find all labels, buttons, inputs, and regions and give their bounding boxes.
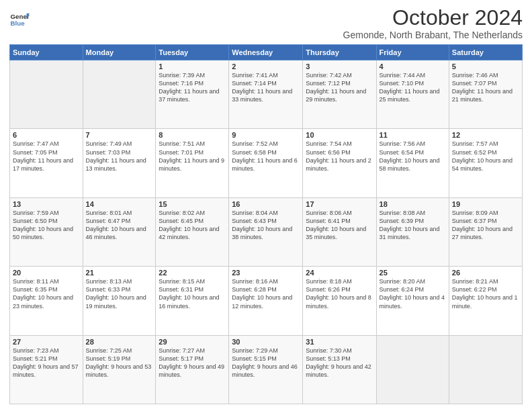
day-header-wednesday: Wednesday [229,45,303,60]
calendar-cell: 5Sunrise: 7:46 AMSunset: 7:07 PMDaylight… [449,60,522,129]
calendar-header-row: SundayMondayTuesdayWednesdayThursdayFrid… [10,45,523,60]
day-number: 4 [380,62,446,71]
day-number: 12 [452,131,519,139]
day-number: 30 [232,338,300,346]
calendar-body: 1Sunrise: 7:39 AMSunset: 7:16 PMDaylight… [10,60,523,404]
calendar-cell: 4Sunrise: 7:44 AMSunset: 7:10 PMDaylight… [376,60,449,129]
calendar-cell: 15Sunrise: 8:02 AMSunset: 6:45 PMDayligh… [156,197,229,266]
week-row-4: 20Sunrise: 8:11 AMSunset: 6:35 PMDayligh… [10,267,523,335]
calendar-cell: 13Sunrise: 7:59 AMSunset: 6:50 PMDayligh… [10,197,83,266]
day-detail: Sunrise: 8:11 AMSunset: 6:35 PMDaylight:… [13,278,73,309]
day-detail: Sunrise: 7:57 AMSunset: 6:52 PMDaylight:… [452,140,513,171]
calendar-cell [10,60,83,129]
day-number: 26 [452,269,519,277]
logo-icon: General Blue [9,9,30,30]
calendar-cell [449,335,522,404]
calendar-cell: 3Sunrise: 7:42 AMSunset: 7:12 PMDaylight… [303,60,376,129]
calendar-cell: 17Sunrise: 8:06 AMSunset: 6:41 PMDayligh… [303,197,376,266]
day-number: 27 [13,338,80,346]
calendar-cell: 6Sunrise: 7:47 AMSunset: 7:05 PMDaylight… [10,129,83,197]
calendar-cell: 12Sunrise: 7:57 AMSunset: 6:52 PMDayligh… [449,129,522,197]
day-detail: Sunrise: 8:02 AMSunset: 6:45 PMDaylight:… [159,210,219,240]
calendar-cell [376,335,449,404]
calendar-cell: 7Sunrise: 7:49 AMSunset: 7:03 PMDaylight… [83,129,156,197]
calendar-cell: 27Sunrise: 7:23 AMSunset: 5:21 PMDayligh… [10,335,83,404]
day-number: 3 [306,62,373,71]
day-detail: Sunrise: 7:46 AMSunset: 7:07 PMDaylight:… [452,72,513,103]
header: General Blue October 2024 Gemonde, North… [9,7,523,40]
day-detail: Sunrise: 7:25 AMSunset: 5:19 PMDaylight:… [86,347,152,378]
day-header-friday: Friday [376,45,449,60]
calendar-cell: 24Sunrise: 8:18 AMSunset: 6:26 PMDayligh… [303,267,376,335]
day-number: 24 [306,269,373,277]
day-number: 23 [232,269,300,277]
calendar-cell: 9Sunrise: 7:52 AMSunset: 6:58 PMDaylight… [229,129,303,197]
calendar-cell: 31Sunrise: 7:30 AMSunset: 5:13 PMDayligh… [303,335,376,404]
week-row-3: 13Sunrise: 7:59 AMSunset: 6:50 PMDayligh… [10,197,523,266]
day-number: 5 [452,62,519,71]
calendar-cell: 1Sunrise: 7:39 AMSunset: 7:16 PMDaylight… [156,60,229,129]
page: General Blue October 2024 Gemonde, North… [0,0,532,411]
calendar-cell: 19Sunrise: 8:09 AMSunset: 6:37 PMDayligh… [449,197,522,266]
calendar-cell: 21Sunrise: 8:13 AMSunset: 6:33 PMDayligh… [83,267,156,335]
week-row-5: 27Sunrise: 7:23 AMSunset: 5:21 PMDayligh… [10,335,523,404]
logo-area: General Blue [9,9,30,30]
day-detail: Sunrise: 8:13 AMSunset: 6:33 PMDaylight:… [86,278,146,309]
day-detail: Sunrise: 7:52 AMSunset: 6:58 PMDaylight:… [232,140,298,171]
calendar-cell: 30Sunrise: 7:29 AMSunset: 5:15 PMDayligh… [229,335,303,404]
day-detail: Sunrise: 8:08 AMSunset: 6:39 PMDaylight:… [380,210,440,240]
day-detail: Sunrise: 7:39 AMSunset: 7:16 PMDaylight:… [159,72,219,103]
calendar-cell: 26Sunrise: 8:21 AMSunset: 6:22 PMDayligh… [449,267,522,335]
day-number: 25 [380,269,446,277]
day-detail: Sunrise: 8:15 AMSunset: 6:31 PMDaylight:… [159,278,219,309]
day-number: 29 [159,338,226,346]
day-number: 21 [86,269,153,277]
calendar-cell: 14Sunrise: 8:01 AMSunset: 6:47 PMDayligh… [83,197,156,266]
day-detail: Sunrise: 7:41 AMSunset: 7:14 PMDaylight:… [232,72,292,103]
day-detail: Sunrise: 8:18 AMSunset: 6:26 PMDaylight:… [306,278,371,309]
calendar-cell: 22Sunrise: 8:15 AMSunset: 6:31 PMDayligh… [156,267,229,335]
day-header-thursday: Thursday [303,45,376,60]
day-number: 22 [159,269,226,277]
day-detail: Sunrise: 7:27 AMSunset: 5:17 PMDaylight:… [159,347,224,378]
title-area: October 2024 Gemonde, North Brabant, The… [343,7,523,40]
calendar-cell: 2Sunrise: 7:41 AMSunset: 7:14 PMDaylight… [229,60,303,129]
day-number: 31 [306,338,373,346]
day-detail: Sunrise: 7:54 AMSunset: 6:56 PMDaylight:… [306,140,371,171]
day-number: 19 [452,200,519,208]
calendar-cell [83,60,156,129]
day-header-monday: Monday [83,45,156,60]
day-header-sunday: Sunday [10,45,83,60]
day-number: 10 [306,131,373,139]
day-number: 14 [86,200,153,208]
day-detail: Sunrise: 7:23 AMSunset: 5:21 PMDaylight:… [13,347,79,378]
day-detail: Sunrise: 7:49 AMSunset: 7:03 PMDaylight:… [86,140,146,171]
calendar-cell: 18Sunrise: 8:08 AMSunset: 6:39 PMDayligh… [376,197,449,266]
day-detail: Sunrise: 7:42 AMSunset: 7:12 PMDaylight:… [306,72,366,103]
day-detail: Sunrise: 7:29 AMSunset: 5:15 PMDaylight:… [232,347,298,378]
week-row-1: 1Sunrise: 7:39 AMSunset: 7:16 PMDaylight… [10,60,523,129]
day-number: 9 [232,131,300,139]
calendar-cell: 23Sunrise: 8:16 AMSunset: 6:28 PMDayligh… [229,267,303,335]
location-title: Gemonde, North Brabant, The Netherlands [343,30,523,40]
svg-text:Blue: Blue [11,19,26,27]
day-number: 8 [159,131,226,139]
day-detail: Sunrise: 7:51 AMSunset: 7:01 PMDaylight:… [159,140,224,171]
calendar-cell: 10Sunrise: 7:54 AMSunset: 6:56 PMDayligh… [303,129,376,197]
day-header-saturday: Saturday [449,45,522,60]
day-detail: Sunrise: 7:59 AMSunset: 6:50 PMDaylight:… [13,210,73,240]
week-row-2: 6Sunrise: 7:47 AMSunset: 7:05 PMDaylight… [10,129,523,197]
day-header-tuesday: Tuesday [156,45,229,60]
calendar-cell: 11Sunrise: 7:56 AMSunset: 6:54 PMDayligh… [376,129,449,197]
calendar-cell: 8Sunrise: 7:51 AMSunset: 7:01 PMDaylight… [156,129,229,197]
day-detail: Sunrise: 8:06 AMSunset: 6:41 PMDaylight:… [306,210,366,240]
day-number: 28 [86,338,153,346]
day-detail: Sunrise: 7:47 AMSunset: 7:05 PMDaylight:… [13,140,73,171]
calendar-cell: 20Sunrise: 8:11 AMSunset: 6:35 PMDayligh… [10,267,83,335]
day-detail: Sunrise: 7:30 AMSunset: 5:13 PMDaylight:… [306,347,371,378]
calendar-cell: 25Sunrise: 8:20 AMSunset: 6:24 PMDayligh… [376,267,449,335]
day-detail: Sunrise: 8:16 AMSunset: 6:28 PMDaylight:… [232,278,292,309]
day-detail: Sunrise: 7:44 AMSunset: 7:10 PMDaylight:… [380,72,440,103]
calendar-table: SundayMondayTuesdayWednesdayThursdayFrid… [9,44,523,404]
day-detail: Sunrise: 8:04 AMSunset: 6:43 PMDaylight:… [232,210,292,240]
